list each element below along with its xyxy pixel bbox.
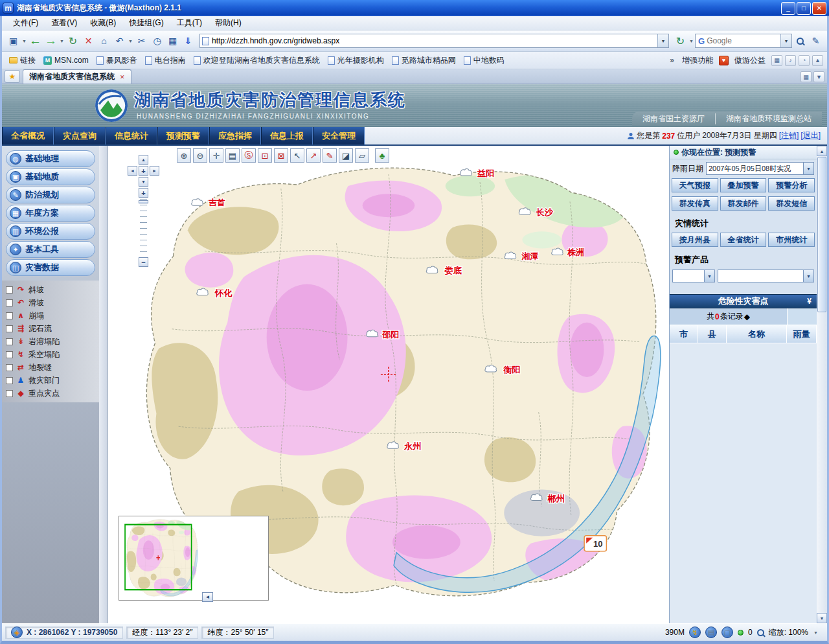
forward-button[interactable]: →	[43, 33, 58, 49]
layer-checkbox[interactable]	[6, 338, 13, 345]
layer-checkbox[interactable]	[6, 325, 13, 332]
search-button[interactable]	[793, 33, 808, 49]
layer-checkbox[interactable]	[6, 299, 13, 306]
zoom-in-tool-icon[interactable]: ⊕	[177, 148, 191, 163]
sidebar-item-base-geography[interactable]: ◍基础地理	[6, 150, 95, 167]
overlay-warning-button[interactable]: 叠加预警	[720, 178, 767, 192]
link-radio[interactable]: 电台指南	[142, 54, 189, 67]
home-button[interactable]: ⌂	[97, 33, 111, 49]
search-engine-dropdown-icon[interactable]: ▼	[780, 34, 791, 47]
link-welcome[interactable]: 欢迎登陆湖南省地质灾害信息系统	[190, 54, 323, 67]
layer-mining-subsidence[interactable]: ↯采空塌陷	[2, 348, 99, 361]
link-msn[interactable]: MMSN.com	[40, 54, 92, 66]
layer-checkbox[interactable]	[6, 286, 13, 293]
history-menu-icon[interactable]: ▼	[59, 39, 65, 43]
minimize-button[interactable]: _	[781, 2, 795, 15]
pan-right-icon[interactable]: ►	[150, 166, 159, 176]
zoom-out-tool-icon[interactable]: ⊖	[193, 148, 207, 163]
link-milu[interactable]: 觅路城市精品网	[389, 54, 459, 67]
page-scrollbar[interactable]: ▲ ▼	[817, 146, 827, 623]
zoom-plus-icon[interactable]: +	[139, 188, 148, 198]
new-page-menu-icon[interactable]: ▼	[21, 39, 27, 43]
menu-help[interactable]: 帮助(H)	[209, 16, 247, 30]
layer-checkbox[interactable]	[6, 377, 13, 384]
layer-key-sites[interactable]: ◆重点灾点	[2, 387, 99, 400]
tab-close-icon[interactable]: ✕	[120, 74, 125, 80]
link-charity[interactable]: 傲游公益	[731, 54, 769, 67]
layer-rescue-dept[interactable]: ♟救灾部门	[2, 374, 99, 387]
rain-date-select[interactable]: 2007年05月05日08时实况 ▼	[706, 162, 814, 175]
links-overflow-icon[interactable]: »	[668, 56, 676, 65]
scrollbar-thumb[interactable]	[817, 157, 826, 312]
sound-icon[interactable]: ♪	[785, 55, 796, 66]
undo-menu-icon[interactable]: ▼	[128, 39, 133, 43]
address-input[interactable]	[209, 36, 657, 45]
layer-collapse[interactable]: ∧崩塌	[2, 309, 99, 322]
col-county[interactable]: 县	[698, 325, 727, 343]
menu-view[interactable]: 查看(V)	[45, 16, 83, 30]
layer-debris-flow[interactable]: ⇶泥石流	[2, 322, 99, 335]
layer-checkbox[interactable]	[6, 351, 13, 358]
heart-icon[interactable]: ♥	[719, 56, 729, 65]
menu-groups[interactable]: 快捷组(G)	[123, 16, 169, 30]
nav-tab-query[interactable]: 灾点查询	[54, 127, 106, 144]
overview-collapse-icon[interactable]: ◄	[202, 592, 213, 602]
zoom-menu-icon[interactable]: ▼	[813, 630, 819, 635]
address-dropdown-icon[interactable]: ▼	[657, 34, 668, 47]
pan-tool-icon[interactable]: ✛	[209, 148, 223, 163]
stop-button[interactable]: ✕	[81, 33, 96, 49]
pan-down-icon[interactable]: ▼	[139, 177, 148, 187]
link-baofeng[interactable]: 暴风影音	[93, 54, 141, 67]
mass-fax-button[interactable]: 群发传真	[672, 196, 718, 211]
product-type-select[interactable]: ▼	[672, 270, 715, 282]
pan-left-icon[interactable]: ◄	[128, 166, 137, 176]
layer-landslide[interactable]: ↶滑坡	[2, 296, 99, 309]
pointer-tool-icon[interactable]: ↖	[290, 148, 304, 163]
menu-favorites[interactable]: 收藏(B)	[84, 16, 122, 30]
download-manager-icon[interactable]: ▢	[721, 627, 733, 638]
gift-icon[interactable]: ◔	[799, 55, 810, 66]
back-button[interactable]: ←	[28, 33, 43, 49]
danger-header-icon[interactable]: ¥	[807, 297, 812, 306]
stop-tool-icon[interactable]: Ⓢ	[242, 148, 256, 163]
clock-icon[interactable]: ◷	[150, 33, 165, 49]
panel-grid-icon[interactable]: ▦	[771, 55, 782, 66]
layer-ground-fissure[interactable]: ⇄地裂缝	[2, 361, 99, 374]
filter-status-icon[interactable]	[738, 630, 744, 636]
capture-icon[interactable]: ▦	[165, 33, 180, 49]
warning-analysis-button[interactable]: 预警分析	[768, 178, 815, 192]
link-zhongdi[interactable]: 中地数码	[460, 54, 508, 67]
sidebar-item-prevention-plan[interactable]: ✎防治规划	[6, 187, 95, 203]
nav-tab-security[interactable]: 安全管理	[313, 127, 365, 144]
measure-tool-icon[interactable]: ▤	[225, 148, 240, 163]
zoom-level[interactable]: 缩放: 100%	[769, 627, 808, 638]
nav-tab-report[interactable]: 信息上报	[261, 127, 313, 144]
link-plugins[interactable]: 增强功能	[679, 54, 716, 67]
maximize-button[interactable]: □	[797, 2, 811, 15]
scroll-down-icon[interactable]: ▼	[817, 613, 827, 623]
tab-list-icon[interactable]: ▦	[801, 71, 812, 82]
province-stats-button[interactable]: 全省统计	[720, 233, 767, 247]
mass-sms-button[interactable]: 群发短信	[768, 196, 815, 211]
col-rainfall[interactable]: 雨量	[787, 325, 817, 343]
zoom-minus-icon[interactable]: −	[139, 257, 148, 267]
sidebar-item-basic-tools[interactable]: ✦基本工具	[6, 241, 95, 258]
layer-checkbox[interactable]	[6, 390, 13, 397]
clear-rect-tool-icon[interactable]: ⊠	[274, 148, 288, 163]
sidebar-splitter[interactable]	[99, 146, 108, 623]
active-tab[interactable]: 湖南省地质灾害信息系统 ✕	[23, 69, 131, 84]
undo-close-button[interactable]: ↶	[112, 33, 127, 49]
layer-slope[interactable]: ↷斜坡	[2, 283, 99, 296]
layer-checkbox[interactable]	[6, 364, 13, 371]
pan-center-icon[interactable]: +	[139, 166, 148, 176]
zoom-slider-thumb[interactable]	[139, 200, 148, 203]
download-icon[interactable]: ⇓	[181, 33, 196, 49]
sidebar-item-disaster-data[interactable]: ◫灾害数据	[6, 259, 95, 276]
identify-tool-icon[interactable]: ↗	[306, 148, 321, 163]
link-land-resources[interactable]: 湖南省国土资源厅	[632, 113, 715, 124]
link-geo-monitor[interactable]: 湖南省地质环境监测总站	[715, 113, 822, 124]
snap-tool-icon[interactable]: ✂	[134, 33, 149, 49]
refresh-button[interactable]: ↻	[65, 33, 80, 49]
clear-all-tool-icon[interactable]: ▱	[355, 148, 369, 163]
menu-file[interactable]: 文件(F)	[7, 16, 44, 30]
